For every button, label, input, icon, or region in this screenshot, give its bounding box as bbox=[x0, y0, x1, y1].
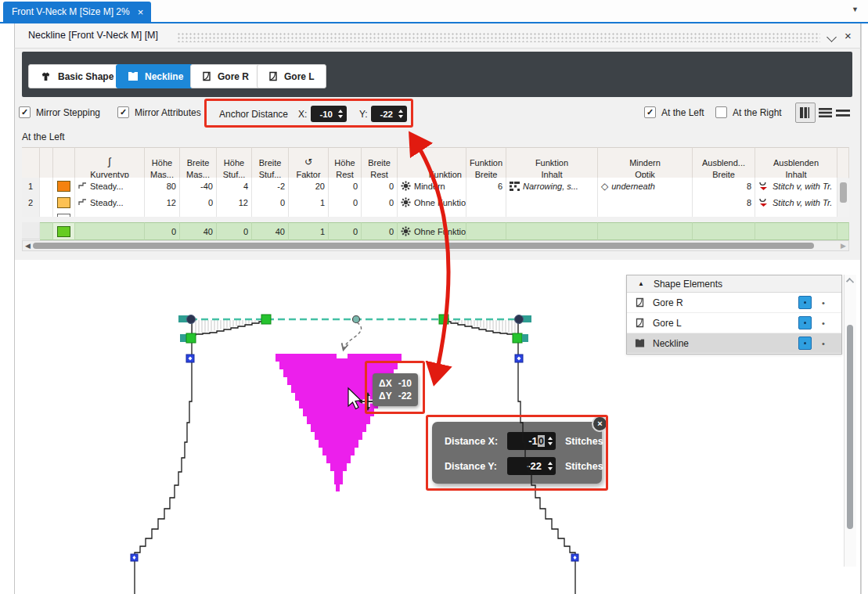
table-row[interactable]: 2 Steady... 12 0 12 0 1 0 0 Ohne Funktio… bbox=[22, 194, 849, 211]
neckline-icon bbox=[128, 71, 139, 81]
distance-x-unit: Stitches bbox=[565, 436, 603, 447]
at-the-right-checkbox[interactable]: At the Right bbox=[715, 106, 782, 118]
mirror-stepping-checkbox[interactable]: ✓ Mirror Stepping bbox=[19, 106, 100, 118]
gear-icon bbox=[401, 226, 411, 236]
stepper-arrows-icon[interactable] bbox=[395, 110, 407, 118]
checkbox-check-icon: ✓ bbox=[19, 106, 31, 118]
view-rows-button[interactable] bbox=[816, 103, 834, 123]
shape-elements-header[interactable]: ▲ Shape Elements bbox=[627, 275, 841, 293]
step-icon bbox=[78, 199, 87, 206]
visibility-toggle[interactable] bbox=[798, 316, 812, 329]
delta-y-label: ΔY bbox=[379, 391, 392, 401]
shape-elements-panel: ▲ Shape Elements Gore R • Gore L • Neckl… bbox=[626, 275, 842, 355]
rows-icon bbox=[819, 108, 832, 117]
stitch-icon bbox=[758, 182, 769, 191]
stepper-arrows-icon[interactable] bbox=[545, 437, 556, 445]
narrowing-icon bbox=[510, 182, 520, 191]
panel-grip-dots bbox=[177, 32, 820, 42]
tab-close-icon[interactable]: × bbox=[138, 7, 144, 17]
collapse-icon[interactable]: ▲ bbox=[638, 280, 644, 287]
curve-icon: ∫ bbox=[108, 156, 111, 169]
section-label: At the Left bbox=[22, 131, 65, 142]
stepper-arrows-icon[interactable] bbox=[545, 462, 556, 470]
step-icon bbox=[78, 182, 87, 189]
anchor-y-label: Y: bbox=[359, 109, 368, 120]
panel-title: Neckline [Front V-Neck M] [M] bbox=[28, 30, 158, 41]
tab-title: Front V-Neck M [Size M] 2% bbox=[12, 6, 130, 17]
distance-x-stepper[interactable]: -10 bbox=[507, 432, 556, 450]
visibility-toggle[interactable] bbox=[798, 296, 812, 309]
checkbox-check-icon: ✓ bbox=[644, 106, 656, 118]
anchor-x-stepper[interactable]: -10 bbox=[311, 106, 347, 122]
neckline-icon bbox=[635, 338, 645, 348]
color-swatch bbox=[57, 226, 70, 237]
dialog-close-button[interactable]: × bbox=[592, 416, 608, 432]
tshirt-icon bbox=[40, 71, 52, 81]
gore-icon bbox=[268, 71, 278, 81]
gear-icon bbox=[401, 197, 411, 207]
summary-row[interactable]: 0 40 0 40 1 0 0 Ohne Funktion bbox=[22, 222, 849, 240]
mirror-attributes-checkbox[interactable]: ✓ Mirror Attributes bbox=[117, 106, 201, 118]
text-cursor: 0 bbox=[538, 435, 545, 447]
drag-delta-tooltip: ΔX-10 ΔY-22 bbox=[373, 373, 418, 406]
shape-element-gore-r[interactable]: Gore R • bbox=[627, 293, 841, 313]
scroll-left-icon[interactable]: ◀ bbox=[23, 243, 31, 250]
lock-dot[interactable]: • bbox=[812, 298, 835, 308]
gore-icon bbox=[635, 318, 645, 328]
view-dashes-button[interactable] bbox=[834, 103, 852, 123]
color-swatch bbox=[57, 197, 70, 208]
gore-icon bbox=[635, 297, 645, 308]
window-gutter bbox=[861, 23, 868, 594]
stitch-icon bbox=[758, 198, 769, 207]
table-vertical-scrollbar-thumb[interactable] bbox=[840, 182, 847, 203]
factor-icon: ↺ bbox=[304, 157, 312, 169]
visibility-toggle[interactable] bbox=[798, 337, 812, 350]
at-the-left-checkbox[interactable]: ✓ At the Left bbox=[644, 106, 704, 118]
distance-y-unit: Stitches bbox=[565, 461, 603, 472]
anchor-x-label: X: bbox=[298, 109, 307, 120]
checkbox-check-icon: ✓ bbox=[117, 106, 129, 118]
dashes-icon bbox=[836, 110, 850, 117]
gore-l-button[interactable]: Gore L bbox=[257, 64, 326, 88]
anchor-y-stepper[interactable]: -22 bbox=[371, 106, 407, 122]
lock-dot[interactable]: • bbox=[812, 319, 835, 328]
neckline-button[interactable]: Neckline bbox=[116, 64, 195, 88]
columns-icon bbox=[799, 106, 812, 119]
tab-bar: Front V-Neck M [Size M] 2% × ▼ bbox=[0, 0, 868, 22]
stepper-arrows-icon[interactable] bbox=[335, 110, 347, 118]
tab-overflow-icon[interactable]: ▼ bbox=[852, 5, 859, 13]
shape-element-gore-l[interactable]: Gore L • bbox=[627, 313, 841, 333]
tab-front-v-neck[interactable]: Front V-Neck M [Size M] 2% × bbox=[3, 2, 151, 22]
gear-icon bbox=[401, 181, 411, 191]
delta-x-value: -10 bbox=[398, 378, 412, 389]
delta-x-label: ΔX bbox=[379, 378, 392, 389]
distance-y-label: Distance Y: bbox=[445, 461, 501, 472]
view-columns-button[interactable] bbox=[795, 103, 816, 123]
gore-icon bbox=[202, 71, 211, 81]
table-horizontal-scrollbar-thumb[interactable] bbox=[33, 243, 814, 249]
distance-y-stepper[interactable]: -22 bbox=[507, 457, 556, 475]
panel-close-icon[interactable]: × bbox=[845, 29, 852, 42]
delta-y-value: -22 bbox=[398, 391, 412, 401]
shape-element-neckline[interactable]: Neckline • bbox=[627, 333, 841, 354]
distance-dialog[interactable]: Distance X: -10 Stitches Distance Y: -22… bbox=[432, 422, 602, 484]
table-row-clipped bbox=[22, 211, 849, 217]
diamond-icon: ◇ bbox=[601, 181, 608, 192]
color-swatch bbox=[57, 181, 70, 192]
table-row[interactable]: 1 Steady... 80 -40 4 -2 20 0 0 Mindern 6… bbox=[22, 178, 849, 195]
scroll-right-icon[interactable]: ▶ bbox=[841, 243, 848, 250]
anchor-distance-label: Anchor Distance bbox=[219, 109, 288, 120]
lock-dot[interactable]: • bbox=[812, 339, 835, 348]
basic-shape-button[interactable]: Basic Shape bbox=[28, 64, 125, 88]
distance-x-label: Distance X: bbox=[445, 436, 501, 447]
gore-r-button[interactable]: Gore R bbox=[190, 64, 261, 88]
canvas-vertical-scrollbar-thumb[interactable] bbox=[847, 325, 853, 529]
